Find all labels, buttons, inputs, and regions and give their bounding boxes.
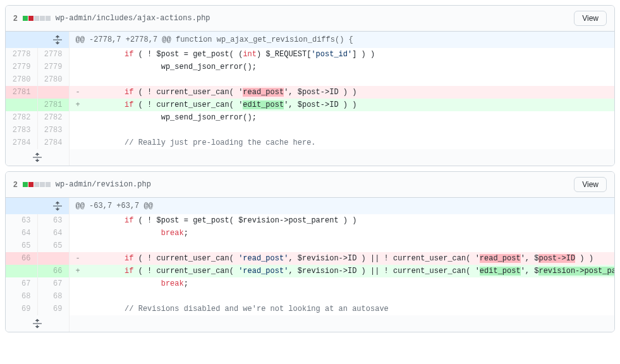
old-line-number[interactable]: 64 <box>6 227 37 240</box>
old-line-number[interactable] <box>6 265 37 277</box>
code-cell: - if ( ! current_user_can( 'read_post', … <box>69 252 615 265</box>
code-cell: wp_send_json_error(); <box>69 61 614 73</box>
file-path: wp-admin/includes/ajax-actions.php <box>56 14 210 23</box>
new-line-number[interactable]: 64 <box>37 227 69 240</box>
view-button[interactable]: View <box>574 11 607 26</box>
new-line-number[interactable]: 2780 <box>37 73 69 86</box>
old-line-number[interactable]: 2783 <box>6 124 37 136</box>
diff-line: 2779 2779 wp_send_json_error(); <box>6 61 614 73</box>
expand-row <box>6 149 614 166</box>
diff-table: @@ -63,7 +63,7 @@ 63 63 if ( ! $post = g… <box>6 198 615 332</box>
diff-line: 64 64 break; <box>6 227 615 240</box>
expand-cell[interactable] <box>6 198 69 214</box>
diff-line: 2784 2784 // Really just pre-loading the… <box>6 136 614 149</box>
diff-line: 65 65 <box>6 240 615 252</box>
new-line-number[interactable]: 66 <box>37 265 69 277</box>
code-cell: // Really just pre-loading the cache her… <box>69 136 614 149</box>
new-line-number[interactable]: 2778 <box>37 48 69 61</box>
diff-line: 67 67 break; <box>6 277 615 290</box>
old-line-number[interactable]: 2778 <box>6 48 37 61</box>
code-cell <box>69 124 614 136</box>
hunk-header: @@ -2778,7 +2778,7 @@ function wp_ajax_g… <box>6 32 614 48</box>
diff-line: 2781 + if ( ! current_user_can( 'edit_po… <box>6 99 614 111</box>
diff-line: 2781 - if ( ! current_user_can( 'read_po… <box>6 86 614 99</box>
old-line-number[interactable]: 69 <box>6 303 37 315</box>
old-line-number[interactable]: 68 <box>6 290 37 303</box>
diff-line: 69 69 // Revisions disabled and we're no… <box>6 303 615 315</box>
diff-line: 68 68 <box>6 290 615 303</box>
diff-line: 63 63 if ( ! $post = get_post( $revision… <box>6 214 615 227</box>
old-line-number[interactable]: 2782 <box>6 111 37 124</box>
expand-down-icon[interactable] <box>6 315 69 332</box>
new-line-number[interactable]: 2783 <box>37 124 69 136</box>
hunk-header: @@ -63,7 +63,7 @@ <box>6 198 615 214</box>
old-line-number[interactable]: 2784 <box>6 136 37 149</box>
code-cell: wp_send_json_error(); <box>69 111 614 124</box>
old-line-number[interactable]: 2779 <box>6 61 37 73</box>
new-line-number[interactable]: 2782 <box>37 111 69 124</box>
diff-line: 2780 2780 <box>6 73 614 86</box>
new-line-number[interactable]: 2784 <box>37 136 69 149</box>
old-line-number[interactable] <box>6 99 37 111</box>
code-cell <box>69 240 615 252</box>
expand-down-icon[interactable] <box>6 149 69 166</box>
old-line-number[interactable]: 2781 <box>6 86 37 99</box>
diff-line: 66 - if ( ! current_user_can( 'read_post… <box>6 252 615 265</box>
new-line-number[interactable] <box>37 252 69 265</box>
code-cell: - if ( ! current_user_can( 'read_post', … <box>69 86 614 99</box>
unfold-icon[interactable] <box>12 32 63 48</box>
new-line-number[interactable]: 2779 <box>37 61 69 73</box>
file-path: wp-admin/revision.php <box>56 180 151 189</box>
diff-line: 2783 2783 <box>6 124 614 136</box>
code-cell: if ( ! $post = get_post( (int) $_REQUEST… <box>69 48 614 61</box>
old-line-number[interactable]: 63 <box>6 214 37 227</box>
code-cell: + if ( ! current_user_can( 'edit_post', … <box>69 99 614 111</box>
file-diff: 2 wp-admin/includes/ajax-actions.php Vie… <box>5 5 615 166</box>
new-line-number[interactable]: 68 <box>37 290 69 303</box>
expand-cell[interactable] <box>6 32 69 48</box>
code-cell: + if ( ! current_user_can( 'read_post', … <box>69 265 615 277</box>
code-cell: break; <box>69 277 615 290</box>
unfold-icon[interactable] <box>12 198 63 214</box>
hunk-text: @@ -63,7 +63,7 @@ <box>69 198 615 214</box>
old-line-number[interactable]: 66 <box>6 252 37 265</box>
hunk-text: @@ -2778,7 +2778,7 @@ function wp_ajax_g… <box>69 32 614 48</box>
change-count: 2 <box>13 180 18 189</box>
change-count: 2 <box>13 14 18 23</box>
code-cell: if ( ! $post = get_post( $revision->post… <box>69 214 615 227</box>
old-line-number[interactable]: 2780 <box>6 73 37 86</box>
file-header: 2 wp-admin/includes/ajax-actions.php Vie… <box>6 6 614 32</box>
diffstat <box>23 16 51 21</box>
new-line-number[interactable]: 63 <box>37 214 69 227</box>
code-cell <box>69 290 615 303</box>
view-button[interactable]: View <box>574 177 607 192</box>
diff-table: @@ -2778,7 +2778,7 @@ function wp_ajax_g… <box>6 32 614 166</box>
code-cell: // Revisions disabled and we're not look… <box>69 303 615 315</box>
new-line-number[interactable]: 2781 <box>37 99 69 111</box>
new-line-number[interactable]: 67 <box>37 277 69 290</box>
new-line-number[interactable]: 65 <box>37 240 69 252</box>
old-line-number[interactable]: 67 <box>6 277 37 290</box>
new-line-number[interactable] <box>37 86 69 99</box>
code-cell <box>69 73 614 86</box>
file-header: 2 wp-admin/revision.php View <box>6 172 614 198</box>
diff-line: 2782 2782 wp_send_json_error(); <box>6 111 614 124</box>
new-line-number[interactable]: 69 <box>37 303 69 315</box>
diff-line: 66 + if ( ! current_user_can( 'read_post… <box>6 265 615 277</box>
file-diff: 2 wp-admin/revision.php View @@ -63,7 +6… <box>5 171 615 332</box>
diff-line: 2778 2778 if ( ! $post = get_post( (int)… <box>6 48 614 61</box>
code-cell: break; <box>69 227 615 240</box>
old-line-number[interactable]: 65 <box>6 240 37 252</box>
diffstat <box>23 182 51 187</box>
expand-row <box>6 315 615 332</box>
